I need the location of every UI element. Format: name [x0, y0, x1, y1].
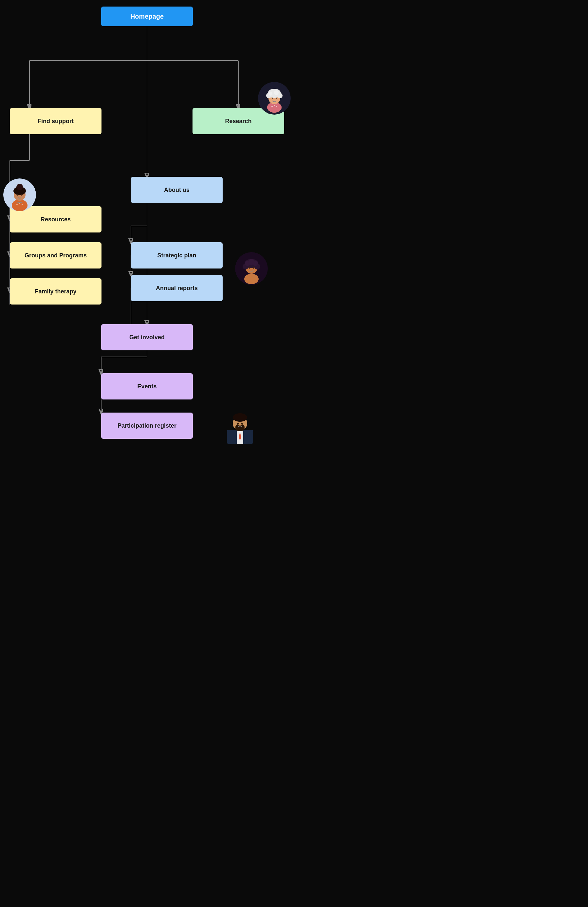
resources-label: Resources [41, 216, 71, 223]
svg-point-45 [16, 184, 23, 190]
participation-node[interactable]: Participation register [101, 413, 193, 439]
svg-point-63 [233, 413, 247, 422]
strategic-plan-label: Strategic plan [157, 252, 196, 259]
svg-point-26 [274, 105, 275, 106]
get-involved-node[interactable]: Get involved [101, 324, 193, 350]
about-us-label: About us [164, 187, 189, 194]
svg-point-39 [16, 204, 18, 205]
events-label: Events [137, 383, 157, 390]
svg-point-32 [268, 92, 272, 96]
research-label: Research [225, 118, 252, 125]
svg-point-66 [240, 425, 245, 430]
svg-point-56 [248, 259, 255, 265]
strategic-plan-node[interactable]: Strategic plan [131, 242, 223, 269]
find-support-label: Find support [38, 118, 74, 125]
svg-point-25 [271, 106, 273, 107]
svg-point-57 [249, 267, 250, 269]
get-involved-label: Get involved [129, 334, 165, 341]
find-support-node[interactable]: Find support [10, 108, 101, 134]
svg-point-68 [241, 423, 243, 425]
participation-label: Participation register [117, 422, 176, 429]
family-therapy-node[interactable]: Family therapy [10, 278, 101, 304]
avatar-elderly-woman [258, 82, 291, 115]
avatar-woman-curly [235, 252, 268, 285]
svg-point-41 [22, 204, 23, 205]
svg-point-46 [17, 194, 19, 196]
svg-point-49 [244, 274, 259, 284]
svg-point-34 [272, 98, 273, 99]
annual-reports-label: Annual reports [156, 285, 198, 292]
svg-point-38 [12, 199, 27, 211]
avatar-woman-bun [3, 178, 36, 211]
about-us-node[interactable]: About us [131, 177, 223, 203]
annual-reports-node[interactable]: Annual reports [131, 275, 223, 301]
events-node[interactable]: Events [101, 373, 193, 399]
svg-point-33 [274, 90, 279, 95]
homepage-node[interactable]: Homepage [101, 6, 193, 26]
svg-point-67 [237, 423, 239, 425]
groups-node[interactable]: Groups and Programs [10, 242, 101, 269]
homepage-label: Homepage [130, 13, 164, 20]
groups-label: Groups and Programs [24, 252, 87, 259]
svg-point-58 [253, 267, 255, 269]
sitemap-diagram: Homepage Find support Research Resources… [0, 0, 294, 454]
svg-point-65 [236, 425, 240, 430]
svg-point-35 [276, 98, 277, 99]
svg-point-47 [21, 194, 22, 196]
svg-point-27 [276, 106, 277, 107]
avatar-man-beard [225, 408, 255, 444]
family-therapy-label: Family therapy [35, 288, 76, 295]
